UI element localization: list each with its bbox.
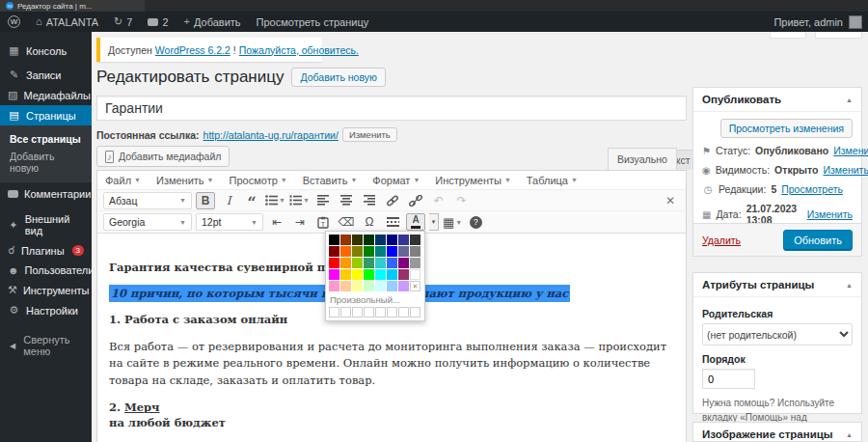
align-left-button[interactable] [313,192,333,209]
color-swatch[interactable] [398,235,409,245]
redo-button[interactable]: ↷ [452,192,472,209]
color-swatch[interactable] [364,235,374,245]
font-size-select[interactable]: 12pt▼ [196,213,263,231]
align-center-button[interactable] [337,192,356,209]
color-swatch[interactable] [375,235,386,245]
help-tab[interactable] [815,32,862,39]
publish-panel-header[interactable]: Опубликовать ▲ [693,88,861,112]
custom-color-slot[interactable] [387,307,397,318]
color-swatch[interactable] [352,281,363,291]
unlink-button[interactable] [406,192,425,209]
sidebar-item-settings[interactable]: ⚙ Настройки [0,300,92,320]
color-swatch[interactable] [398,269,409,280]
preview-changes-button[interactable]: Просмотреть изменения [720,119,853,138]
sidebar-item-pages[interactable]: ▤ Страницы [0,105,92,125]
edit-permalink-button[interactable]: Изменить [342,127,397,142]
avatar[interactable] [849,15,862,29]
color-swatch[interactable] [352,258,363,268]
color-swatch[interactable] [387,235,397,245]
color-swatch[interactable] [410,258,420,268]
color-swatch[interactable] [340,246,351,257]
table-button[interactable]: ▦▼ [443,213,462,231]
collapse-panel-icon[interactable]: ▲ [846,97,853,103]
edit-date-link[interactable]: Изменить [807,208,853,220]
submenu-all-pages[interactable]: Все страницы [0,130,92,148]
custom-color-slot[interactable] [410,307,420,318]
fullscreen-button[interactable]: ✕ [661,192,680,209]
custom-color-slot[interactable] [398,307,409,318]
sidebar-item-media[interactable]: ▨ Медиафайлы [0,85,92,105]
color-swatch[interactable] [352,246,363,257]
add-new-button[interactable]: Добавить новую [291,68,385,87]
bullet-list-button[interactable]: ▼ [265,192,285,209]
custom-color-slot[interactable] [352,307,363,318]
custom-color-slot[interactable] [364,307,374,318]
account-greeting[interactable]: Привет, admin [773,16,843,28]
no-color-button[interactable]: ✕ [410,281,420,291]
new-content-menu[interactable]: + Добавить [176,12,249,32]
paste-as-text-button[interactable]: T [313,213,333,231]
align-right-button[interactable] [360,192,379,209]
featured-image-header[interactable]: Изображение страницы ▲ [693,423,861,442]
sidebar-item-plugins[interactable]: ☌ Плагины 3 [0,240,92,261]
text-color-dropdown[interactable]: ▼ [429,213,439,231]
blockquote-button[interactable]: “ [242,195,261,212]
color-swatch[interactable] [387,269,397,280]
numbered-list-button[interactable]: ▼ [289,192,310,209]
updates-menu[interactable]: ↻ 7 [106,12,140,32]
color-swatch[interactable] [410,269,420,280]
sidebar-item-comments[interactable]: Комментарии 2 [0,184,92,204]
sidebar-item-appearance[interactable]: ✦ Внешний вид [0,209,92,240]
please-update-link[interactable]: Пожалуйста, обновитесь. [239,44,359,56]
color-swatch[interactable] [387,258,397,268]
tab-visual[interactable]: Визуально [608,148,677,170]
collapse-panel-icon[interactable]: ▲ [846,282,853,289]
sidebar-item-dashboard[interactable]: ▦ Консоль [0,41,92,61]
sidebar-item-posts[interactable]: ✎ Записи [0,65,92,85]
custom-color-slot[interactable] [375,307,386,318]
color-swatch[interactable] [398,258,409,268]
custom-color-slot[interactable] [329,307,339,318]
italic-button[interactable]: I [219,192,238,209]
format-select[interactable]: Абзац▼ [103,192,192,209]
color-swatch[interactable] [410,246,420,257]
menu-insert[interactable]: Вставить▼ [303,175,358,186]
color-swatch[interactable] [340,281,351,291]
sidebar-item-tools[interactable]: ⚒ Инструменты [0,280,92,300]
color-swatch[interactable] [364,258,374,268]
color-swatch[interactable] [329,281,339,291]
indent-button[interactable]: ⇥ [290,213,310,231]
color-swatch[interactable] [364,269,374,280]
attributes-panel-header[interactable]: Атрибуты страницы ▲ [693,273,861,297]
color-swatch[interactable] [387,281,397,291]
color-swatch[interactable] [364,246,374,257]
parent-page-select[interactable]: (нет родительской) [702,323,853,345]
read-more-button[interactable] [383,213,402,231]
browser-tab[interactable]: m Редактор сайта | m... [0,0,145,12]
post-title-input[interactable] [96,96,687,121]
color-swatch[interactable] [375,258,386,268]
color-swatch[interactable] [375,281,386,291]
color-swatch[interactable] [329,258,339,268]
color-swatch[interactable] [329,246,339,257]
color-swatch[interactable] [340,269,351,280]
edit-status-link[interactable]: Изменить [833,145,868,156]
wp-logo-menu[interactable]: W [0,12,28,32]
undo-button[interactable]: ↶ [429,192,448,209]
clear-formatting-button[interactable]: ⌫ [337,213,356,231]
custom-color-link[interactable]: Произвольный... [329,291,421,307]
text-color-button[interactable]: A [406,213,425,231]
menu-tools[interactable]: Инструменты▼ [435,175,511,186]
custom-color-slot[interactable] [340,307,351,318]
view-page-menu[interactable]: Просмотреть страницу [249,12,377,32]
update-button[interactable]: Обновить [783,230,853,251]
merch-link[interactable]: Мерч [124,401,160,414]
menu-edit[interactable]: Изменить▼ [156,175,214,186]
collapse-menu-button[interactable]: ◀ Свернуть меню [0,330,92,361]
menu-file[interactable]: Файл▼ [105,175,141,186]
move-to-trash-link[interactable]: Удалить [702,235,741,246]
bold-button[interactable]: B [196,192,215,209]
outdent-button[interactable]: ⇤ [267,213,286,231]
add-media-button[interactable]: ♪ Добавить медиафайл [96,146,230,167]
comments-menu[interactable]: 2 [140,12,176,32]
